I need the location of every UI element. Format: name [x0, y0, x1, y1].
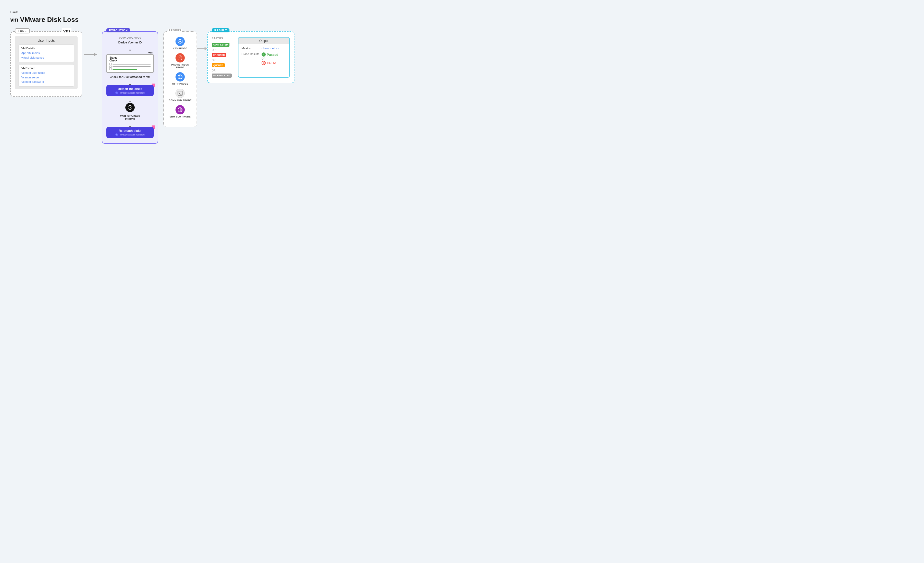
vm-secret-label: VM Secret	[21, 67, 71, 70]
probe-results-label: Probe Results	[242, 53, 260, 56]
user-inputs-box: User Inputs VM Details App VM moids virt…	[15, 36, 78, 89]
status-col-label: STATUS	[212, 37, 235, 40]
k8s-probe-icon	[176, 37, 185, 46]
prometheus-probe-icon	[176, 53, 185, 63]
svg-point-6	[180, 57, 181, 58]
detach-disks-title: Detach the disks	[110, 87, 151, 91]
status-column: STATUS COMPLETED OR ERRORED OR QUEUED OR…	[212, 37, 235, 78]
check-circle-icon: ✓	[262, 53, 266, 57]
reattach-disks-sub: ✓ Privilege access required	[110, 134, 151, 136]
execution-badge: EXECUTION	[106, 28, 130, 32]
command-probe-icon	[176, 89, 185, 98]
execution-section: EXECUTION XXXX-XXXX-XXXX Derive Vcenter …	[102, 32, 158, 144]
x-circle-icon: ✕	[262, 61, 266, 65]
output-header: Output	[238, 38, 290, 44]
metrics-row: Metrics chaos metrics	[242, 47, 286, 50]
status-check-title: StatusCheck	[110, 56, 151, 62]
passed-result: ✓ Passed	[262, 53, 279, 57]
detach-disks-sub: ✓ Privilege access required	[110, 92, 151, 94]
or-3: OR	[212, 69, 235, 72]
result-layout: STATUS COMPLETED OR ERRORED OR QUEUED OR…	[212, 37, 290, 78]
privilege-icon-1: ✓	[116, 92, 118, 94]
status-completed: COMPLETED	[212, 43, 230, 47]
arrow-2	[130, 80, 130, 84]
probe-results-values: ✓ Passed OR ✕ Failed	[262, 53, 279, 65]
svg-point-4	[179, 41, 181, 42]
check-line-2	[110, 66, 151, 68]
metrics-label: Metrics	[242, 47, 260, 50]
prometheus-probe-label: PROMETHEUS PROBE	[168, 63, 192, 69]
tune-section: TUNE vm User Inputs VM Details App VM mo…	[10, 32, 82, 97]
status-incompleted: INCOMPLETED	[212, 74, 232, 78]
disk-check-label: Check for Disk attached to VM	[110, 74, 150, 80]
vcenter-server-link[interactable]: Vcenter server	[21, 75, 71, 80]
probes-to-result-arrow	[197, 47, 207, 50]
command-probe-item[interactable]: COMMAND PROBE	[168, 89, 192, 102]
arrow-4	[130, 122, 130, 126]
exec-vm-logo: vm	[106, 51, 154, 54]
metrics-value: chaos metrics	[262, 47, 279, 50]
status-queued: QUEUED	[212, 63, 225, 68]
status-check-box: StatusCheck	[106, 54, 154, 73]
probe-results-row: Probe Results ✓ Passed OR ✕ Failed	[242, 53, 286, 65]
status-check-lines	[110, 63, 151, 70]
vmware-logo: vm	[10, 17, 18, 23]
tune-to-execution-arrow	[82, 52, 102, 57]
arrow-svg	[84, 52, 100, 57]
exec-to-probes-connector	[158, 47, 164, 47]
execution-steps: XXXX-XXXX-XXXX Derive Vcenter ID vm Stat…	[106, 37, 154, 138]
fault-label: Fault	[10, 10, 914, 14]
diagram-container: TUNE vm User Inputs VM Details App VM mo…	[10, 32, 914, 144]
wait-chaos-label: Wait for ChaosInterval	[120, 113, 140, 122]
or-2: OR	[212, 59, 235, 62]
svg-rect-10	[178, 91, 182, 96]
command-probe-label: COMMAND PROBE	[169, 99, 192, 102]
reattach-disks-title: Re-attach disks	[110, 129, 151, 133]
arrow-3	[130, 97, 130, 101]
vm-details-group: VM Details App VM moids virtual disk nam…	[18, 45, 74, 62]
failed-result: ✕ Failed	[262, 61, 279, 65]
probes-section: PROBES K8S PROBE PROMETHEUS PROBE	[164, 32, 197, 127]
http-probe-item[interactable]: HTTP PROBE	[168, 72, 192, 85]
privilege-icon-2: ✓	[116, 134, 118, 136]
derive-id-code: XXXX-XXXX-XXXX	[119, 37, 141, 40]
arrow-1	[130, 45, 130, 50]
prometheus-probe-item[interactable]: PROMETHEUS PROBE	[168, 53, 192, 69]
vm-secret-group: VM Secret Vcenter user name Vcenter serv…	[18, 64, 74, 87]
page-header: Fault vm VMware Disk Loss	[10, 10, 914, 24]
clock-icon	[125, 103, 135, 112]
srm-probe-icon	[176, 105, 185, 114]
vcenter-username-link[interactable]: Vcenter user name	[21, 71, 71, 75]
vm-details-label: VM Details	[21, 47, 71, 50]
failed-label: Failed	[267, 61, 276, 65]
srm-probe-item[interactable]: SRM SLO PROBE	[168, 105, 192, 118]
result-badge: RESULT	[212, 28, 230, 32]
user-inputs-title: User Inputs	[18, 39, 74, 42]
http-probe-label: HTTP PROBE	[172, 83, 188, 85]
result-section: RESULT STATUS COMPLETED OR ERRORED OR QU…	[207, 32, 294, 83]
k8s-probe-label: K8S PROBE	[173, 47, 188, 50]
vcenter-password-link[interactable]: Vcenter password	[21, 80, 71, 84]
http-probe-icon	[176, 72, 185, 81]
probe-or: OR	[262, 57, 279, 60]
srm-probe-label: SRM SLO PROBE	[170, 116, 190, 118]
app-vm-moids-link[interactable]: App VM moids	[21, 51, 71, 56]
check-line-1	[110, 63, 151, 65]
detach-disks-button[interactable]: Detach the disks ✓ Privilege access requ…	[106, 85, 154, 96]
check-line-3	[110, 68, 151, 70]
derive-id-label: Derive Vcenter ID	[118, 40, 142, 45]
or-1: OR	[212, 49, 235, 51]
output-box: Output Metrics chaos metrics Probe Resul…	[238, 37, 290, 78]
reattach-disks-button[interactable]: Re-attach disks ✓ Privilege access requi…	[106, 127, 154, 138]
k8s-probe-item[interactable]: K8S PROBE	[168, 37, 192, 50]
probes-label: PROBES	[168, 29, 182, 32]
status-errored: ERRORED	[212, 53, 226, 57]
page-title: vm VMware Disk Loss	[10, 16, 914, 24]
title-text: VMware Disk Loss	[20, 16, 79, 24]
tune-badge: TUNE	[15, 28, 30, 33]
tune-vm-logo: vm	[62, 28, 71, 34]
virtual-disk-names-link[interactable]: virtual disk names	[21, 56, 71, 60]
passed-label: Passed	[267, 53, 279, 57]
output-body: Metrics chaos metrics Probe Results ✓ Pa…	[238, 44, 290, 70]
